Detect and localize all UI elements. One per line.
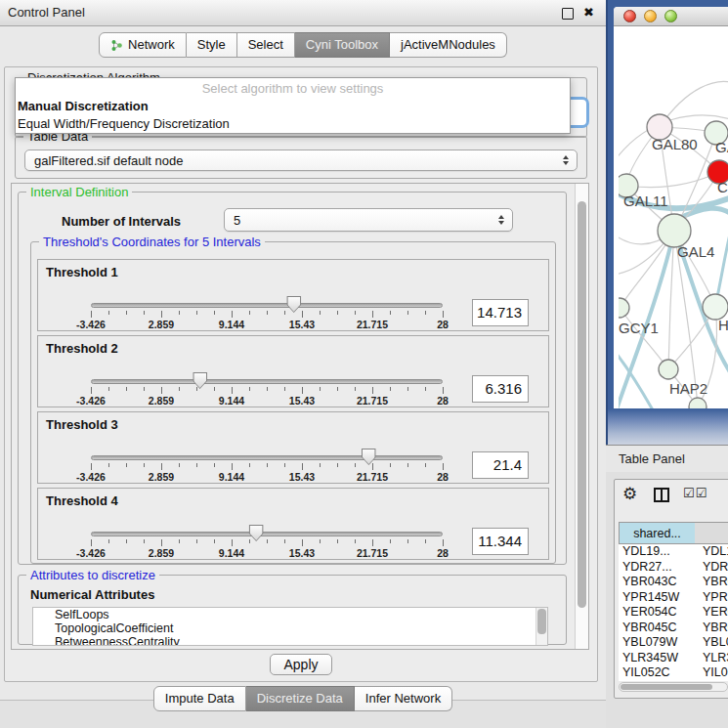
tick: [390, 463, 391, 467]
close-icon[interactable]: ✖: [583, 5, 594, 21]
zoom-button[interactable]: [664, 10, 677, 22]
float-window-icon[interactable]: [562, 8, 574, 20]
slider-track[interactable]: [91, 379, 443, 384]
tick: [249, 539, 250, 543]
table-data-combobox-value: galFiltered.sif default node: [34, 153, 183, 168]
attributes-list-scrollbar[interactable]: [535, 608, 547, 645]
tick: [214, 387, 215, 391]
algorithm-option-equal-width[interactable]: Equal Width/Frequency Discretization: [16, 115, 570, 133]
table-row[interactable]: YER054CYER054C: [619, 605, 728, 621]
scale-label: 15.43: [289, 471, 315, 483]
table-row[interactable]: YBR045CYBR045C: [619, 621, 728, 636]
table-cell: YPR145W: [695, 590, 728, 606]
combobox-arrows-icon: [563, 155, 569, 165]
tick: [425, 311, 426, 315]
tab-cyni-toolbox[interactable]: Cyni Toolbox: [295, 32, 390, 58]
threshold-slider[interactable]: -3.4262.8599.14415.4321.71528: [91, 364, 443, 408]
tab-jactivemnodules[interactable]: jActiveMNodules: [390, 32, 507, 58]
tick: [372, 387, 373, 394]
threshold-slider[interactable]: -3.4262.8599.14415.4321.71528: [91, 287, 443, 332]
slider-track[interactable]: [91, 455, 443, 460]
attribute-item-betweennesscentrality[interactable]: BetweennessCentrality: [33, 635, 547, 646]
number-of-intervals-label: Number of Intervals: [62, 214, 181, 229]
threshold-2-value-field[interactable]: 6.316: [472, 375, 529, 403]
attribute-item-topologicalcoefficient[interactable]: TopologicalCoefficient: [33, 621, 547, 635]
table-row[interactable]: YDR27...YDR27: [619, 560, 728, 576]
slider-ticks: [91, 387, 443, 395]
slider-track[interactable]: [91, 303, 443, 308]
network-node-gal4[interactable]: [658, 214, 691, 247]
split-columns-icon[interactable]: [654, 488, 669, 502]
tick: [372, 463, 373, 470]
control-panel-titlebar: Control Panel ✖: [0, 0, 606, 26]
interval-definition-title: Interval Definition: [26, 185, 132, 199]
tick: [320, 311, 321, 315]
table-row[interactable]: YBR043CYBR043C: [619, 575, 728, 590]
column-header-shared-[interactable]: shared...: [619, 522, 695, 544]
scale-label: 9.144: [219, 319, 244, 330]
table-data-combobox[interactable]: galFiltered.sif default node: [24, 150, 578, 171]
checkbox-icons[interactable]: ☑☑: [683, 486, 707, 500]
table-header: shared...name: [619, 522, 728, 544]
tab-label: Discretize Data: [257, 687, 343, 710]
table-row[interactable]: YLR345WYLR345W: [619, 651, 728, 666]
threshold-slider[interactable]: -3.4262.8599.14415.4321.71528: [91, 440, 443, 485]
slider-track[interactable]: [91, 532, 443, 536]
horizontal-scrollbar-thumb[interactable]: [621, 684, 712, 690]
slider-scale-labels: -3.4262.8599.14415.4321.71528: [91, 319, 443, 331]
tab-discretize-data[interactable]: Discretize Data: [246, 686, 355, 711]
tick: [214, 539, 215, 543]
tick: [337, 311, 338, 315]
network-view-frame: GAL80GACGAL11GAL4GCY1HAHAP2: [606, 0, 728, 445]
tick: [232, 387, 233, 394]
attribute-item-selfloops[interactable]: SelfLoops: [33, 608, 547, 621]
threshold-label: Threshold 2: [46, 341, 118, 356]
tick: [425, 387, 426, 391]
tick: [337, 463, 338, 467]
table-row[interactable]: YPR145WYPR145W: [619, 590, 728, 606]
table-row[interactable]: YIL052CYIL052C: [619, 665, 728, 681]
tick: [267, 387, 268, 391]
table-panel: ⚙ ☑☑ shared...name YDL19...YDL19YDR27...…: [614, 479, 728, 699]
tick: [214, 311, 215, 315]
scale-label: 21.715: [357, 395, 388, 407]
tick: [355, 387, 356, 391]
tick: [179, 311, 180, 315]
close-button[interactable]: [623, 10, 636, 22]
threshold-4-value-field[interactable]: 11.344: [472, 528, 529, 555]
horizontal-scrollbar[interactable]: [619, 682, 728, 692]
network-canvas[interactable]: GAL80GACGAL11GAL4GCY1HAHAP2: [619, 26, 728, 408]
vertical-scrollbar-thumb[interactable]: [578, 201, 586, 608]
thresholds-group: Threshold's Coordinates for 5 Intervals …: [30, 241, 556, 564]
table-row[interactable]: YBL079WYBL079W: [619, 635, 728, 651]
column-header-name[interactable]: name: [695, 522, 728, 544]
tab-style[interactable]: Style: [187, 32, 237, 58]
tick: [355, 463, 356, 467]
numerical-attributes-list[interactable]: SelfLoopsTopologicalCoefficientBetweenne…: [32, 607, 548, 646]
tab-infer-network[interactable]: Infer Network: [355, 686, 452, 711]
scale-label: 2.859: [149, 319, 174, 330]
tab-select[interactable]: Select: [237, 32, 295, 58]
algorithm-hint: Select algorithm to view settings: [16, 80, 570, 98]
tab-network[interactable]: Network: [99, 32, 187, 58]
gear-icon[interactable]: ⚙: [622, 484, 637, 504]
number-of-intervals-combobox[interactable]: 5: [224, 208, 513, 232]
table-cell: YER054C: [619, 605, 695, 621]
tick: [284, 387, 285, 391]
apply-button[interactable]: Apply: [270, 654, 332, 675]
tick: [302, 311, 303, 318]
node-label-gcy1: GCY1: [619, 320, 659, 336]
threshold-slider[interactable]: -3.4262.8599.14415.4321.71528: [91, 516, 443, 561]
algorithm-option-manual[interactable]: Manual Discretization: [16, 98, 570, 115]
network-node-gcy1[interactable]: [619, 298, 629, 318]
scale-label: 28: [437, 319, 449, 330]
threshold-1-value-field[interactable]: 14.713: [472, 299, 529, 326]
vertical-scrollbar[interactable]: [575, 184, 588, 649]
minimize-button[interactable]: [644, 10, 657, 22]
tick: [372, 311, 373, 318]
threshold-3-value-field[interactable]: 21.4: [472, 451, 529, 479]
table-cell: YBR045C: [695, 621, 728, 636]
network-node-hap2[interactable]: [659, 360, 678, 379]
tab-impute-data[interactable]: Impute Data: [153, 686, 246, 711]
table-row[interactable]: YDL19...YDL19: [619, 544, 728, 560]
